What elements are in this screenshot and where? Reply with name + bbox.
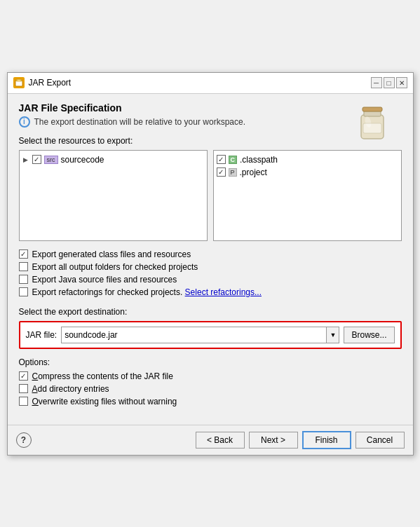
window-icon: [13, 77, 25, 88]
compress-label: Compress the contents of the JAR file: [32, 371, 173, 381]
cancel-button[interactable]: Cancel: [355, 432, 405, 449]
export-option-3[interactable]: Export Java source files and resources: [19, 275, 402, 285]
info-row: i The export destination will be relativ…: [19, 116, 402, 128]
minimize-button[interactable]: ─: [371, 77, 382, 88]
options-items-list: Compress the contents of the JAR file Ad…: [19, 371, 402, 406]
file-item-classpath[interactable]: C .classpath: [217, 153, 398, 166]
sourcecode-label: sourcecode: [61, 155, 104, 165]
export-opt2-label: Export all output folders for checked pr…: [32, 262, 198, 272]
source-badge: src: [44, 156, 58, 164]
compress-option[interactable]: Compress the contents of the JAR file: [19, 371, 402, 381]
right-resource-panel[interactable]: C .classpath P .project: [213, 150, 402, 241]
project-checkbox[interactable]: [217, 167, 226, 177]
info-icon: i: [19, 116, 30, 128]
export-opt1-label: Export generated class files and resourc…: [32, 249, 191, 259]
export-opt1-checkbox[interactable]: [19, 249, 28, 259]
next-button[interactable]: Next >: [249, 432, 298, 449]
file-item-project[interactable]: P .project: [217, 166, 398, 179]
classpath-file-icon: C: [229, 156, 238, 164]
window-title: JAR Export: [29, 78, 367, 88]
jar-input-wrapper: ▼: [61, 327, 339, 343]
export-option-2[interactable]: Export all output folders for checked pr…: [19, 262, 402, 272]
sourcecode-checkbox[interactable]: [32, 155, 41, 164]
close-button[interactable]: ✕: [396, 77, 407, 88]
title-bar: JAR Export ─ □ ✕: [8, 73, 413, 94]
main-content: JAR File Specification i The export dest…: [8, 94, 413, 425]
tree-item-sourcecode[interactable]: ▶ src sourcecode: [22, 153, 204, 166]
export-opt2-checkbox[interactable]: [19, 262, 28, 271]
svg-point-2: [18, 80, 20, 82]
export-opt3-label: Export Java source files and resources: [32, 275, 177, 285]
finish-button[interactable]: Finish: [302, 431, 351, 449]
browse-button[interactable]: Browse...: [344, 327, 394, 343]
maximize-button[interactable]: □: [384, 77, 395, 88]
overwrite-option[interactable]: Overwrite existing files without warning: [19, 397, 402, 406]
info-text: The export destination will be relative …: [34, 117, 245, 127]
export-options-list: Export generated class files and resourc…: [19, 249, 402, 297]
jar-decoration: [354, 102, 391, 145]
export-option-4[interactable]: Export refactorings for checked projects…: [19, 287, 402, 297]
jar-file-input[interactable]: [62, 329, 326, 341]
window-controls: ─ □ ✕: [371, 77, 407, 88]
options-section-label: Options:: [19, 357, 402, 367]
export-opt4-checkbox[interactable]: [19, 287, 28, 296]
export-option-1[interactable]: Export generated class files and resourc…: [19, 249, 402, 259]
expand-icon[interactable]: ▶: [22, 156, 29, 163]
project-file-icon: P: [229, 168, 237, 177]
add-directory-option[interactable]: Add directory entries: [19, 384, 402, 394]
svg-rect-7: [363, 123, 381, 133]
header-section: JAR File Specification i The export dest…: [19, 102, 402, 128]
export-opt4-label: Export refactorings for checked projects…: [32, 287, 262, 297]
overwrite-checkbox[interactable]: [19, 397, 28, 406]
project-label: .project: [240, 167, 267, 177]
export-opt3-checkbox[interactable]: [19, 275, 28, 284]
classpath-checkbox[interactable]: [217, 155, 226, 164]
jar-file-label: JAR file:: [26, 330, 57, 340]
jar-export-window: JAR Export ─ □ ✕ JAR File Specification …: [7, 72, 414, 456]
select-refactorings-link[interactable]: Select refactorings...: [185, 287, 262, 297]
left-resource-panel[interactable]: ▶ src sourcecode: [19, 150, 208, 241]
add-directory-checkbox[interactable]: [19, 384, 28, 393]
add-directory-label: Add directory entries: [32, 384, 109, 394]
jar-dropdown-button[interactable]: ▼: [326, 327, 339, 343]
overwrite-label: Overwrite existing files without warning: [32, 397, 177, 406]
resource-panels: ▶ src sourcecode C .classpath P .project: [19, 150, 402, 241]
help-button[interactable]: ?: [16, 432, 32, 448]
svg-rect-5: [363, 107, 382, 111]
resources-label: Select the resources to export:: [19, 136, 402, 146]
compress-checkbox[interactable]: [19, 371, 28, 381]
section-title: JAR File Specification: [19, 102, 402, 114]
jar-file-row: JAR file: ▼ Browse...: [19, 321, 402, 349]
export-dest-label: Select the export destination:: [19, 307, 402, 317]
bottom-bar: ? < Back Next > Finish Cancel: [8, 425, 413, 455]
back-button[interactable]: < Back: [196, 432, 245, 449]
classpath-label: .classpath: [240, 155, 278, 165]
